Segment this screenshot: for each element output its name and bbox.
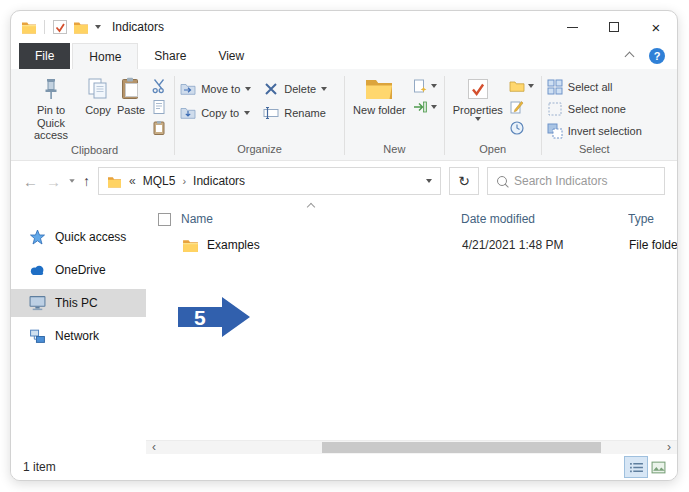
pin-label: Pin to Quick access xyxy=(23,104,79,142)
sidebar-item-network[interactable]: Network xyxy=(11,322,146,350)
address-dropdown-icon[interactable] xyxy=(426,179,432,183)
move-to-icon xyxy=(180,81,196,97)
properties-button[interactable]: Properties xyxy=(450,73,506,121)
rename-icon xyxy=(263,105,279,121)
qat-new-folder-icon[interactable] xyxy=(73,19,89,35)
tab-file[interactable]: File xyxy=(19,43,70,69)
invert-selection-label: Invert selection xyxy=(568,125,642,137)
open-dropdown-icon xyxy=(528,84,534,88)
maximize-icon xyxy=(609,22,619,32)
clipboard-group: Pin to Quick access Copy Paste xyxy=(17,71,172,160)
copy-to-button[interactable]: Copy to xyxy=(180,105,251,121)
folder-icon xyxy=(182,237,199,253)
sidebar-item-quick-access[interactable]: Quick access xyxy=(11,223,146,251)
open-group-label: Open xyxy=(450,141,536,160)
history-button[interactable] xyxy=(509,120,534,136)
breadcrumb-mql5[interactable]: MQL5 xyxy=(143,174,176,188)
new-item-dropdown-icon xyxy=(431,84,437,88)
edit-button[interactable] xyxy=(509,99,534,115)
sidebar-item-label: Quick access xyxy=(55,230,126,244)
qat-properties-icon[interactable] xyxy=(52,19,68,35)
move-to-dropdown-icon xyxy=(245,87,251,91)
address-bar[interactable]: « MQL5 › Indicators xyxy=(98,167,441,195)
sidebar-item-onedrive[interactable]: OneDrive xyxy=(11,256,146,284)
qat-customize-chevron-icon[interactable] xyxy=(95,25,101,29)
easy-access-button[interactable] xyxy=(412,99,437,115)
new-folder-button[interactable]: New folder xyxy=(350,73,409,117)
new-item-button[interactable] xyxy=(412,78,437,94)
tab-view[interactable]: View xyxy=(202,43,260,69)
file-row[interactable]: Examples 4/21/2021 1:48 PM File folder xyxy=(146,231,677,259)
delete-label: Delete xyxy=(284,83,316,95)
maximize-button[interactable] xyxy=(593,11,635,43)
column-headers: Name Date modified Type xyxy=(146,201,677,231)
scroll-right-icon[interactable]: › xyxy=(661,441,677,454)
paste-shortcut-icon[interactable] xyxy=(151,120,167,136)
file-type: File folder xyxy=(629,238,677,252)
delete-button[interactable]: Delete xyxy=(263,81,327,97)
titlebar-separator xyxy=(44,20,45,34)
collapse-ribbon-icon[interactable] xyxy=(625,51,635,61)
scrollbar-track[interactable] xyxy=(162,441,661,454)
column-header-date-modified[interactable]: Date modified xyxy=(461,212,535,226)
select-group: Select all Select none Invert selection xyxy=(544,71,645,160)
minimize-button[interactable] xyxy=(551,11,593,43)
scrollbar-thumb[interactable] xyxy=(322,442,601,453)
cut-icon[interactable] xyxy=(151,78,167,94)
tab-share[interactable]: Share xyxy=(138,43,202,69)
sidebar-item-label: This PC xyxy=(55,296,98,310)
copy-path-icon[interactable] xyxy=(151,99,167,115)
organize-group: Move to Copy to xyxy=(177,71,342,160)
move-to-label: Move to xyxy=(201,83,240,95)
copy-button[interactable]: Copy xyxy=(82,73,114,117)
close-button[interactable]: × xyxy=(635,11,677,43)
breadcrumb-indicators[interactable]: Indicators xyxy=(193,174,245,188)
file-name[interactable]: Examples xyxy=(207,238,260,252)
back-button[interactable]: ← xyxy=(23,174,38,189)
history-icon xyxy=(509,120,525,136)
select-all-button[interactable]: Select all xyxy=(547,79,642,95)
select-none-button[interactable]: Select none xyxy=(547,101,642,117)
help-icon[interactable]: ? xyxy=(649,48,665,64)
details-view-button[interactable] xyxy=(625,457,647,477)
paste-button[interactable]: Paste xyxy=(114,73,148,117)
delete-dropdown-icon xyxy=(321,87,327,91)
delete-icon xyxy=(263,81,279,97)
pin-to-quick-access-button[interactable]: Pin to Quick access xyxy=(20,73,82,142)
new-group: New folder xyxy=(347,71,442,160)
invert-selection-button[interactable]: Invert selection xyxy=(547,123,642,139)
up-button[interactable]: ↑ xyxy=(83,174,90,188)
tab-home[interactable]: Home xyxy=(72,43,138,69)
forward-button[interactable]: → xyxy=(46,174,61,189)
edit-icon xyxy=(509,99,525,115)
search-box[interactable] xyxy=(487,167,665,195)
titlebar: Indicators × xyxy=(11,11,677,43)
open-icon xyxy=(509,78,525,94)
computer-icon xyxy=(29,295,46,311)
pin-icon xyxy=(38,76,64,102)
search-input[interactable] xyxy=(514,174,655,188)
sort-ascending-icon[interactable] xyxy=(307,203,315,211)
open-button[interactable] xyxy=(509,78,534,94)
recent-locations-chevron-icon[interactable] xyxy=(69,179,74,183)
horizontal-scrollbar[interactable]: ‹ › xyxy=(146,440,677,454)
column-header-name[interactable]: Name xyxy=(181,212,213,226)
column-header-type[interactable]: Type xyxy=(628,212,654,226)
refresh-button[interactable]: ↻ xyxy=(449,167,479,195)
main-area: Quick access OneDrive This PC Network xyxy=(11,201,677,454)
properties-dropdown-icon xyxy=(475,117,481,121)
move-to-button[interactable]: Move to xyxy=(180,81,251,97)
select-all-checkbox[interactable] xyxy=(158,213,171,226)
large-icons-view-button[interactable] xyxy=(647,457,669,477)
rename-button[interactable]: Rename xyxy=(263,105,327,121)
group-divider xyxy=(344,76,345,155)
new-group-label: New xyxy=(350,141,439,160)
scroll-left-icon[interactable]: ‹ xyxy=(146,441,162,454)
minimize-icon xyxy=(567,27,578,28)
item-count: 1 item xyxy=(23,460,56,474)
sidebar-item-label: Network xyxy=(55,329,99,343)
sidebar-item-this-pc[interactable]: This PC xyxy=(11,289,146,317)
breadcrumb-collapsed[interactable]: « xyxy=(129,174,136,188)
star-icon xyxy=(29,229,46,245)
easy-access-icon xyxy=(412,99,428,115)
